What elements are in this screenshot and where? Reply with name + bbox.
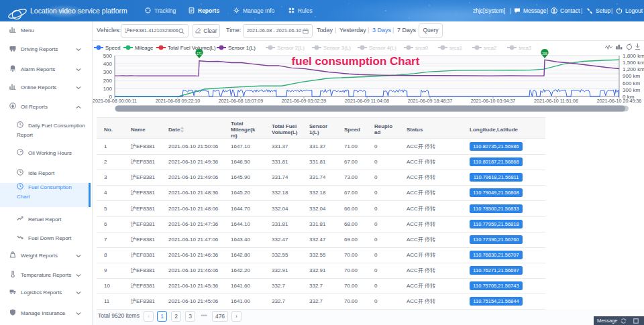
svg-text:1,800 km: 1,800 km xyxy=(623,53,644,59)
svg-text:fuel consumption Chart: fuel consumption Chart xyxy=(292,55,420,68)
svg-text:2021-06-09 11:04:08: 2021-06-09 11:04:08 xyxy=(345,98,389,104)
svg-text:171: 171 xyxy=(197,52,202,56)
svg-text:2021-06-10 11:51:06: 2021-06-10 11:51:06 xyxy=(534,98,578,104)
svg-text:300: 300 xyxy=(103,69,113,75)
svg-text:Sensor 4(L): Sensor 4(L) xyxy=(369,45,396,51)
svg-text:2021-06-09 03:02:39: 2021-06-09 03:02:39 xyxy=(282,98,327,104)
svg-text:Mileage: Mileage xyxy=(135,45,153,51)
svg-text:900 km: 900 km xyxy=(623,73,641,79)
svg-text:2021-06-08 00:00:11: 2021-06-08 00:00:11 xyxy=(93,98,137,104)
svg-text:500: 500 xyxy=(103,53,113,59)
svg-text:srca0: srca0 xyxy=(415,45,429,51)
svg-text:srca2: srca2 xyxy=(484,45,496,51)
svg-text:100: 100 xyxy=(103,86,113,92)
svg-text:1,200 km: 1,200 km xyxy=(623,66,644,72)
svg-text:208: 208 xyxy=(542,52,547,56)
svg-text:Sensor 2(L): Sensor 2(L) xyxy=(277,45,305,51)
svg-text:2021-06-08 18:07:09: 2021-06-08 18:07:09 xyxy=(219,98,264,104)
svg-text:400: 400 xyxy=(103,61,113,67)
svg-text:Sensor 3(L): Sensor 3(L) xyxy=(323,45,351,51)
svg-text:2021-06-10 20:49:36: 2021-06-10 20:49:36 xyxy=(597,98,642,104)
svg-text:2021-06-10 03:04:37: 2021-06-10 03:04:37 xyxy=(471,98,516,104)
svg-text:2021-06-08 09:22:10: 2021-06-08 09:22:10 xyxy=(156,98,201,104)
svg-text:1,500 km: 1,500 km xyxy=(623,60,644,66)
svg-text:Speed: Speed xyxy=(105,45,121,51)
svg-text:600 km: 600 km xyxy=(623,80,641,86)
svg-text:srca1: srca1 xyxy=(449,45,462,51)
svg-text:Total Fuel Volume(L): Total Fuel Volume(L) xyxy=(168,45,216,51)
svg-text:300 km: 300 km xyxy=(623,87,641,93)
svg-text:2021-06-09 18:48:37: 2021-06-09 18:48:37 xyxy=(408,98,453,104)
svg-text:srca3: srca3 xyxy=(519,45,531,51)
svg-text:200: 200 xyxy=(103,78,113,84)
svg-text:Sensor 1(L): Sensor 1(L) xyxy=(228,45,256,51)
